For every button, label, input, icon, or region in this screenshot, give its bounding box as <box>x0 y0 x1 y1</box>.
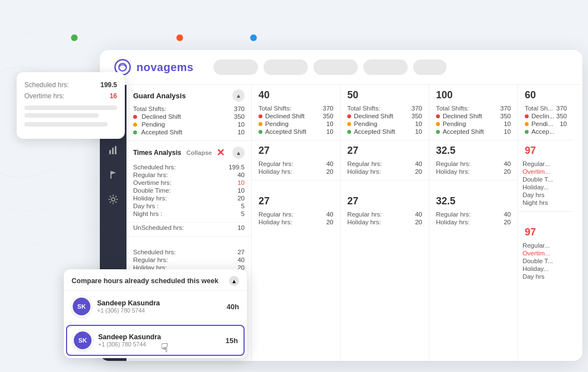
unscheduled-row: UnScheduled hrs: 10 <box>126 222 251 236</box>
collapse-label[interactable]: Collapse <box>186 149 212 156</box>
sidebar-icon-chart[interactable] <box>103 140 123 160</box>
compare-card-header: Compare hours already scheduled this wee… <box>64 269 247 291</box>
times-analysis-controls: ✕ ▲ <box>212 145 245 160</box>
dot-orange <box>176 34 183 41</box>
svg-rect-8 <box>112 148 114 154</box>
day-value: 5 <box>241 203 245 209</box>
col-40-number-2: 27 <box>252 140 340 159</box>
declined-label: Declined Shift <box>133 113 181 120</box>
col-40-guard: Total Shifts: 370 Declined Shift 350 Pen… <box>252 103 340 140</box>
accepted-label: Accepted Shift <box>133 129 183 135</box>
col-40-number: 40 <box>252 85 340 103</box>
grey-bar-1 <box>24 105 117 110</box>
overtime-label: Overtime hrs: <box>133 179 171 186</box>
day-label: Day hrs : <box>133 203 159 209</box>
left-panel: Scheduled hrs: 199.5 Overtime hrs: 16 <box>17 72 125 139</box>
col-100-guard: Total Shifts: 370 Declined Shift 350 Pen… <box>429 103 518 140</box>
total-shifts-value: 370 <box>234 105 245 112</box>
col-97-times: Regular... Overtim... Double T... Holida… <box>518 159 574 211</box>
holiday-label: Holiday hrs: <box>133 195 167 202</box>
col-97-number: 97 <box>518 140 574 159</box>
regular-value: 40 <box>237 172 245 178</box>
grey-bar-2 <box>24 113 99 118</box>
col-50-guard: Total Shifts: 370 Declined Shift 350 Pen… <box>341 103 429 140</box>
unscheduled-value: 10 <box>237 224 245 231</box>
overtime-value: 10 <box>237 179 245 186</box>
svg-point-11 <box>111 198 115 201</box>
svg-rect-10 <box>110 171 111 179</box>
compare-card-title: Compare hours already scheduled this wee… <box>72 277 219 285</box>
scheduled-hrs-label: Scheduled hrs: <box>24 81 69 89</box>
employee-hours-2: 15h <box>226 336 238 345</box>
declined-dot <box>133 115 137 119</box>
employee-info-2: Sandeep Kasundra +1 (306) 780 5744 <box>98 333 220 348</box>
svg-rect-9 <box>115 146 116 154</box>
accepted-dot <box>133 130 137 134</box>
night-row: Night hrs : 5 <box>133 210 245 218</box>
regular-row: Regular hrs: 40 <box>133 171 245 179</box>
nav-pill-5[interactable] <box>413 59 447 75</box>
double-value: 10 <box>237 187 245 194</box>
pending-label: Pending <box>133 121 165 128</box>
scheduled-hrs-row: Scheduled hrs: 199.5 <box>24 81 117 89</box>
pending-row: Pending 10 <box>133 120 245 128</box>
dot-blue <box>250 34 257 41</box>
declined-value: 350 <box>234 113 245 120</box>
holiday-value: 20 <box>237 195 245 202</box>
dot-green <box>71 34 78 41</box>
nav-pill-3[interactable] <box>313 59 358 75</box>
holiday-row: Holiday hrs: 20 <box>133 194 245 202</box>
employee-row-2[interactable]: SK Sandeep Kasundra +1 (306) 780 5744 15… <box>66 325 245 356</box>
employee-row-2-wrapper: SK Sandeep Kasundra +1 (306) 780 5744 15… <box>64 323 247 358</box>
night-label: Night hrs : <box>133 210 162 217</box>
employee-phone-2: +1 (306) 780 5744 <box>98 341 220 348</box>
day-row: Day hrs : 5 <box>133 202 245 210</box>
night-value: 5 <box>241 210 245 217</box>
accepted-row: Accepted Shift 10 <box>133 128 245 136</box>
double-row: Double Time: 10 <box>133 187 245 194</box>
nav-pill-1[interactable] <box>214 59 258 75</box>
close-times-btn[interactable]: ✕ <box>212 145 229 160</box>
guard-analysis-title: Guard Analysis <box>133 92 186 100</box>
scheduled-row: Scheduled hrs: 199.5 <box>133 163 245 171</box>
pending-value: 10 <box>237 121 245 128</box>
compare-scroll-btn[interactable]: ▲ <box>229 276 239 286</box>
guard-analysis-toggle[interactable]: ▲ <box>232 89 245 102</box>
col-40: 40 Total Shifts: 370 Declined Shift 350 … <box>252 85 341 361</box>
col-100: 100 Total Shifts: 370 Declined Shift 350… <box>429 85 518 361</box>
employee-name-2: Sandeep Kasundra <box>98 333 220 341</box>
sidebar-icon-gear[interactable] <box>103 189 123 209</box>
times-analysis-toggle[interactable]: ▲ <box>232 147 245 159</box>
total-shifts-label: Total Shifts: <box>133 105 166 112</box>
times-analysis-header: Times Analysis Collapse ✕ ▲ <box>126 141 251 162</box>
employee-name-1: Sandeep Kasundra <box>97 299 221 307</box>
overtime-hrs-row: Overtime hrs: 16 <box>24 92 117 100</box>
scheduled-value: 199.5 <box>229 164 245 170</box>
times-analysis-stats: Scheduled hrs: 199.5 Regular hrs: 40 Ove… <box>126 162 251 222</box>
declined-row: Declined Shift 350 <box>133 113 245 120</box>
accepted-value: 10 <box>237 129 245 135</box>
nav-pill-2[interactable] <box>263 59 308 75</box>
logo-area: novagems <box>113 58 194 77</box>
nav-pills <box>214 59 447 75</box>
col-40-times: Regular hrs: 40 Holiday hrs: 20 <box>252 159 340 180</box>
avatar-1: SK <box>72 296 92 316</box>
sidebar-icon-flag[interactable] <box>103 165 123 185</box>
total-shifts-row: Total Shifts: 370 <box>133 105 245 113</box>
col-60: 60 Total Sh... 370 Declin... 350 Pendi..… <box>518 85 574 361</box>
scheduled-label: Scheduled hrs: <box>133 164 176 170</box>
pending-dot <box>133 123 137 127</box>
overtime-hrs-label: Overtime hrs: <box>24 92 64 100</box>
avatar-2: SK <box>73 330 93 350</box>
compare-card: Compare hours already scheduled this wee… <box>64 269 247 358</box>
cursor-hand: ☟ <box>161 341 168 355</box>
regular-label: Regular hrs: <box>133 172 168 178</box>
double-label: Double Time: <box>133 187 171 194</box>
col-50-number: 50 <box>341 85 429 103</box>
logo-text: novagems <box>136 61 194 74</box>
employee-info-1: Sandeep Kasundra +1 (306) 780 5744 <box>97 299 221 314</box>
svg-rect-7 <box>109 150 111 154</box>
scheduled-hrs-value: 199.5 <box>100 81 117 89</box>
nav-pill-4[interactable] <box>363 59 408 75</box>
employee-row-1[interactable]: SK Sandeep Kasundra +1 (306) 780 5744 40… <box>64 291 247 323</box>
